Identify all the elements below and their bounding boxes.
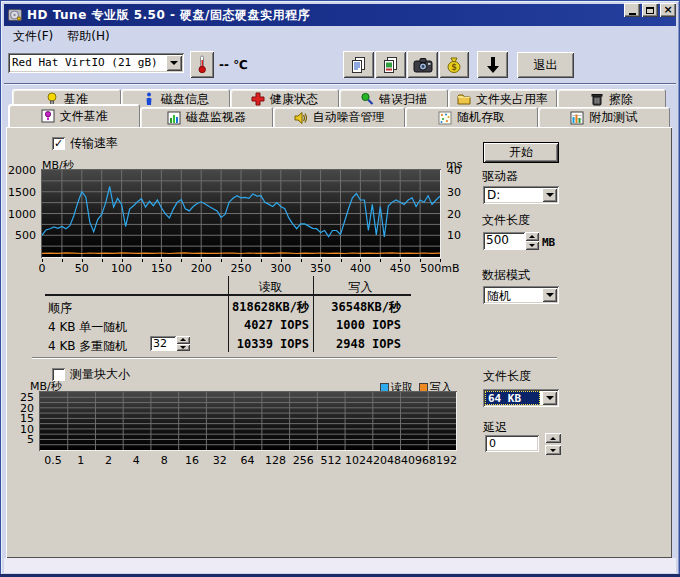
up-arrow-icon <box>550 437 556 440</box>
checkbox-label: 测量块大小 <box>70 366 130 383</box>
bar-chart-icon <box>167 111 181 125</box>
tab-random-access[interactable]: 随机存取 <box>405 107 537 127</box>
minimize-icon <box>629 13 636 15</box>
tab-disk-monitor[interactable]: 磁盘监视器 <box>140 107 272 127</box>
y-axis-labels: 200015001000500 <box>6 170 38 257</box>
tick-label: 350 <box>301 262 341 275</box>
drive-dropdown-button[interactable] <box>542 188 557 202</box>
tick-label: 500mB <box>420 262 460 275</box>
tick-label: 450 <box>380 262 420 275</box>
start-button[interactable]: 开始 <box>483 142 559 163</box>
x-axis-labels: 050100150200250300350400450500mB <box>42 262 440 275</box>
block-size-chart <box>39 391 457 451</box>
menu-help[interactable]: 帮助(H) <box>60 26 116 47</box>
queue-depth-spinner[interactable]: 32 <box>150 336 190 351</box>
x-axis-labels: 0.512481632641282565121024204840968192 <box>39 454 457 467</box>
tick-label: 400 <box>340 262 380 275</box>
spin-down-button[interactable] <box>525 241 539 250</box>
tick-label: 1500 <box>8 186 36 199</box>
tick-label: 32 <box>206 454 234 467</box>
tab-health[interactable]: 健康状态 <box>230 89 339 108</box>
drive-select-dropdown-button[interactable] <box>166 55 182 71</box>
tick-label: 1 <box>67 454 95 467</box>
file-benchmark-page: ✓ 传输速率 MB/秒 ms 200015001000500 40302010 … <box>6 127 672 558</box>
down-arrow-icon <box>180 346 186 349</box>
queue-depth-value[interactable]: 32 <box>150 336 176 351</box>
drive-select-combobox[interactable]: Red Hat VirtIO (21 gB) <box>8 53 184 73</box>
tick-label: 2000 <box>8 164 36 177</box>
sequential-read-value: 818628KB/秒 <box>229 299 309 316</box>
tick-label: 5 <box>27 433 34 446</box>
minimize-button[interactable] <box>624 3 640 17</box>
tick-label: 200 <box>181 262 221 275</box>
copy-text-button[interactable] <box>343 51 374 78</box>
row-4k-multi-label: 4 KB 多重随机 <box>48 338 127 355</box>
delay-down-button[interactable] <box>545 445 561 455</box>
tick-label: 2 <box>95 454 123 467</box>
data-mode-combobox[interactable]: 随机 <box>483 286 559 304</box>
up-arrow-icon <box>180 338 186 341</box>
close-icon: × <box>663 4 672 15</box>
window-title: HD Tune 专业版 5.50 - 硬盘/固态硬盘实用程序 <box>27 7 310 24</box>
maximize-button[interactable] <box>642 3 658 17</box>
target-drive-combobox[interactable]: D: <box>483 186 559 204</box>
extra-chart-icon <box>570 111 584 125</box>
spin-up-button[interactable] <box>176 336 190 344</box>
file-benchmark-icon <box>41 109 55 123</box>
tick-label: 512 <box>317 454 345 467</box>
delay-input[interactable]: 0 <box>485 435 539 452</box>
file-length-spinner[interactable]: 500 <box>483 232 539 250</box>
tick-label: 1000 <box>8 208 36 221</box>
menu-bar: 文件(F) 帮助(H) <box>4 26 676 47</box>
copy-screenshot-button[interactable] <box>375 51 406 78</box>
section-divider <box>32 357 557 359</box>
4k-multi-write-value: 2948 IOPS <box>315 337 401 351</box>
spin-up-button[interactable] <box>525 232 539 241</box>
close-button[interactable]: × <box>660 3 676 17</box>
tab-file-benchmark[interactable]: 文件基准 <box>8 104 140 127</box>
down-arrow-icon <box>529 244 535 247</box>
tick-label: 8 <box>150 454 178 467</box>
folder-icon <box>457 92 471 106</box>
save-screenshot-button[interactable] <box>407 51 438 78</box>
speaker-icon <box>294 111 308 125</box>
tab-auto-acoustic[interactable]: 自动噪音管理 <box>273 107 405 127</box>
menu-file[interactable]: 文件(F) <box>6 26 60 47</box>
delay-up-button[interactable] <box>545 433 561 443</box>
tick-label: 4096 <box>401 454 429 467</box>
scroll-down-button[interactable] <box>477 51 508 78</box>
block-length-dropdown-button[interactable] <box>542 391 557 405</box>
exit-button[interactable]: 退出 <box>517 52 574 78</box>
transfer-rate-chart <box>41 169 441 258</box>
down-arrow-icon <box>484 55 502 75</box>
tab-strip-row2: 文件基准 磁盘监视器 自动噪音管理 <box>8 107 670 127</box>
temperature-button[interactable] <box>190 51 214 78</box>
tab-error-scan[interactable]: 错误扫描 <box>339 89 448 108</box>
toolbar-separator <box>4 83 676 85</box>
tab-folder-usage[interactable]: 文件夹占用率 <box>448 89 557 108</box>
block-size-checkbox[interactable]: 测量块大小 <box>52 366 130 383</box>
file-length-label: 文件长度 <box>482 212 530 229</box>
file-length-value[interactable]: 500 <box>483 232 525 250</box>
tab-erase[interactable]: 擦除 <box>557 89 666 108</box>
tick-label: 50 <box>62 262 102 275</box>
checkbox-box[interactable]: ✓ <box>52 137 65 150</box>
tick-label: 0 <box>22 262 62 275</box>
4k-single-write-value: 1000 IOPS <box>315 318 401 332</box>
app-icon[interactable] <box>8 8 22 22</box>
row-sequential-label: 顺序 <box>48 300 72 317</box>
up-arrow-icon <box>529 235 535 238</box>
chevron-down-icon <box>546 193 554 197</box>
thermometer-icon <box>196 55 208 74</box>
chevron-down-icon <box>170 61 178 65</box>
tab-extra-tests[interactable]: 附加测试 <box>538 107 670 127</box>
block-file-length-combobox[interactable]: 64 KB <box>483 389 559 407</box>
data-mode-label: 数据模式 <box>482 267 530 284</box>
transfer-rate-checkbox[interactable]: ✓ 传输速率 <box>52 135 118 152</box>
register-button[interactable]: $ <box>439 51 469 78</box>
money-bag-icon: $ <box>445 56 463 74</box>
tick-label: 150 <box>141 262 181 275</box>
tick-label: 2048 <box>373 454 401 467</box>
spin-down-button[interactable] <box>176 344 190 352</box>
data-mode-dropdown-button[interactable] <box>542 288 557 302</box>
